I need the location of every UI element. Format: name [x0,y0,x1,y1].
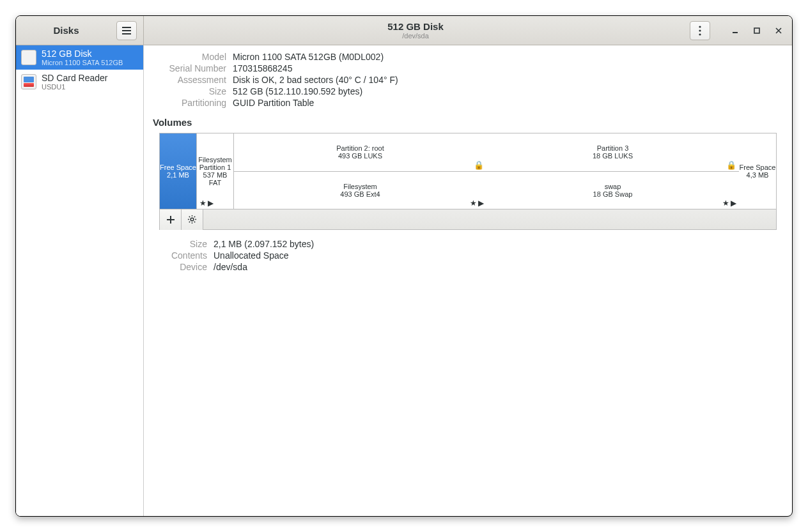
star-icon: ★ [199,199,206,208]
minimize-button[interactable] [726,21,745,40]
titlebar-left: Disks [16,16,144,45]
star-icon: ★ [722,199,729,208]
volume-partition-3-swap[interactable]: swap 18 GB Swap ★▶ [486,172,739,209]
device-subtitle: Micron 1100 SATA 512GB [42,59,123,66]
plus-icon [166,215,175,224]
volume-partition-2-luks[interactable]: Partition 2: root 493 GB LUKS 🔒 [234,133,486,172]
device-item-512gb-disk[interactable]: 512 GB Disk Micron 1100 SATA 512GB [16,45,143,70]
disk-title: 512 GB Disk [387,21,444,32]
label-sel-size: Size [159,239,207,249]
window: Disks 512 GB Disk /dev/sda [15,15,793,517]
volume-toolbar [159,209,777,230]
device-subtitle: USDU1 [42,83,108,91]
volume-partition-1[interactable]: Filesystem Partition 1 537 MB FAT ★▶ [197,133,234,209]
svg-rect-3 [754,28,759,33]
drive-menu-button[interactable] [690,21,710,40]
svg-point-2 [699,33,701,35]
volume-free-space-trailing[interactable]: Free Space 4,3 MB [739,133,776,209]
mount-icons: ★▶ [470,199,484,208]
close-icon [775,27,782,34]
sd-card-icon [21,74,36,89]
value-model: Micron 1100 SATA 512GB (M0DL002) [233,52,783,62]
play-icon: ▶ [208,199,214,208]
label-serial: Serial Number [153,63,226,73]
value-sel-contents: Unallocated Space [214,250,783,261]
device-item-sd-card-reader[interactable]: SD Card Reader USDU1 [16,70,143,94]
hamburger-icon [122,27,131,34]
label-sel-contents: Contents [159,250,207,261]
value-size: 512 GB (512.110.190.592 bytes) [233,86,783,96]
maximize-icon [754,27,760,34]
app-title: Disks [16,25,116,36]
value-serial: 170315868245 [233,63,783,73]
label-size: Size [153,86,226,96]
gear-icon [187,215,197,224]
svg-point-0 [699,26,701,27]
create-partition-button[interactable] [160,209,182,230]
volume-options-button[interactable] [182,209,203,230]
label-model: Model [153,52,226,62]
star-icon: ★ [470,199,477,208]
titlebar-right [687,16,792,45]
app-menu-button[interactable] [116,21,137,40]
device-list: 512 GB Disk Micron 1100 SATA 512GB SD Ca… [16,45,144,516]
value-sel-size: 2,1 MB (2.097.152 bytes) [214,239,783,249]
volumes-heading: Volumes [153,117,783,128]
main-panel: Model Micron 1100 SATA 512GB (M0DL002) S… [144,45,792,516]
minimize-icon [732,27,738,34]
mount-icons: ★▶ [199,199,214,208]
titlebar: Disks 512 GB Disk /dev/sda [16,16,792,45]
volume-partition-2-ext4[interactable]: Filesystem 493 GB Ext4 ★▶ [234,172,486,209]
disk-info: Model Micron 1100 SATA 512GB (M0DL002) S… [153,52,783,108]
lock-icon: 🔒 [474,160,484,170]
maximize-button[interactable] [747,21,766,40]
device-title: SD Card Reader [42,73,108,83]
titlebar-center: 512 GB Disk /dev/sda [144,16,687,45]
label-assessment: Assessment [153,75,226,85]
hdd-icon [21,50,36,65]
label-partitioning: Partitioning [153,98,226,108]
svg-point-1 [699,29,701,31]
svg-point-4 [190,218,194,221]
close-button[interactable] [769,21,788,40]
play-icon: ▶ [731,199,736,208]
value-assessment: Disk is OK, 2 bad sectors (40° C / 104° … [233,75,783,85]
selection-detail: Size 2,1 MB (2.097.152 bytes) Contents U… [159,239,783,272]
label-sel-device: Device [159,262,207,272]
disk-device-path: /dev/sda [402,32,429,40]
content-area: 512 GB Disk Micron 1100 SATA 512GB SD Ca… [16,45,792,516]
volume-partition-3: Partition 3 18 GB LUKS 🔒 swap 18 GB Swap… [486,133,739,209]
volume-partition-3-luks[interactable]: Partition 3 18 GB LUKS 🔒 [486,133,739,172]
play-icon: ▶ [478,199,484,208]
lock-icon: 🔒 [726,160,736,170]
volume-partition-2: Partition 2: root 493 GB LUKS 🔒 Filesyst… [234,133,486,209]
mount-icons: ★▶ [722,199,736,208]
value-sel-device: /dev/sda [214,262,783,272]
value-partitioning: GUID Partition Table [233,98,783,108]
volume-free-space-leading[interactable]: Free Space 2,1 MB [160,133,197,209]
volume-map: Free Space 2,1 MB Filesystem Partition 1… [159,133,777,209]
kebab-icon [699,26,701,36]
device-title: 512 GB Disk [42,49,123,59]
